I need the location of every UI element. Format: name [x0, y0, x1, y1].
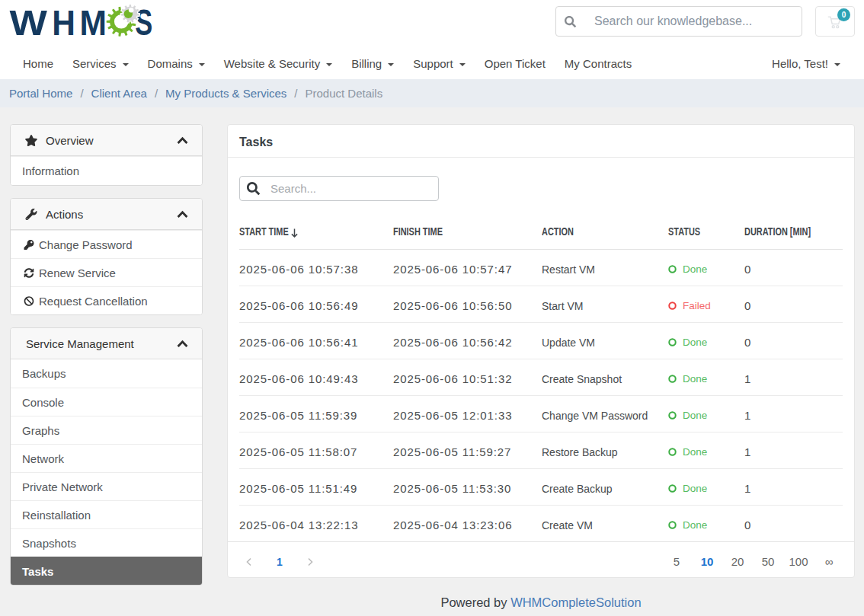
sidebar-item-information[interactable]: Information [11, 156, 202, 185]
cart-button[interactable]: 0 [815, 6, 855, 37]
status-badge: Done [668, 446, 744, 458]
sidebar-item[interactable]: Graphs [11, 416, 202, 444]
cell-duration: 1 [744, 482, 843, 495]
sidebar: Overview Information Actions Change Pass… [10, 124, 203, 586]
column-header-start-time[interactable]: START TIME [239, 225, 393, 238]
status-badge: Done [668, 337, 744, 348]
cell-action: Restart VM [542, 263, 668, 276]
whmcs-logo[interactable]: WHM S [0, 0, 160, 46]
breadcrumb-item[interactable]: Portal Home [9, 87, 72, 100]
sidebar-item[interactable]: Private Network [11, 472, 202, 500]
breadcrumb-item[interactable]: Client Area [91, 87, 147, 100]
breadcrumb-item[interactable]: My Products & Services [165, 87, 286, 100]
breadcrumb-separator: / [294, 87, 297, 100]
table-row[interactable]: 2025-06-04 13:22:13 2025-06-04 13:23:06 … [239, 505, 843, 541]
panel-overview: Overview Information [10, 124, 203, 186]
table-body: 2025-06-06 10:57:38 2025-06-06 10:57:47 … [239, 249, 843, 541]
nav-item[interactable]: My Contracts [565, 57, 632, 70]
sidebar-item[interactable]: Tasks [11, 557, 202, 585]
nav-item[interactable]: Home [23, 57, 53, 70]
pagination: 1 5 10 20 50 100 ∞ [228, 541, 854, 577]
nav-item[interactable]: Domains [148, 57, 205, 70]
nav-item[interactable]: Billing [351, 57, 394, 70]
column-header-finish-time[interactable]: FINISH TIME [393, 225, 542, 238]
panel-actions-header[interactable]: Actions [11, 199, 202, 230]
breadcrumb-separator: / [155, 87, 158, 100]
sidebar-item[interactable]: Reinstallation [11, 500, 202, 528]
cell-finish-time: 2025-06-05 11:59:27 [393, 445, 542, 458]
page-size-option[interactable]: 20 [722, 555, 753, 568]
table-row[interactable]: 2025-06-06 10:56:49 2025-06-06 10:56:50 … [239, 286, 843, 322]
sidebar-item[interactable]: Snapshots [11, 528, 202, 557]
table-row[interactable]: 2025-06-05 11:59:39 2025-06-05 12:01:33 … [239, 395, 843, 432]
page-size-option[interactable]: 10 [692, 555, 722, 568]
panel-title: Overview [46, 134, 94, 147]
breadcrumb-item: Product Details [305, 87, 382, 100]
page-number[interactable]: 1 [264, 556, 295, 568]
table-row[interactable]: 2025-06-05 11:58:07 2025-06-05 11:59:27 … [239, 432, 843, 468]
cell-duration: 0 [744, 263, 843, 276]
table-row[interactable]: 2025-06-05 11:51:49 2025-06-05 11:53:30 … [239, 468, 843, 505]
search-icon [247, 182, 260, 195]
table-search [239, 176, 439, 201]
wrench-icon [24, 209, 38, 220]
column-header-duration[interactable]: DURATION [MIN] [744, 225, 843, 238]
page-size-options: 5 10 20 50 100 ∞ [661, 555, 844, 568]
sidebar-item-renew-service[interactable]: Renew Service [11, 258, 202, 286]
cell-start-time: 2025-06-06 10:49:43 [239, 372, 393, 385]
nav-item[interactable]: Services [72, 57, 129, 70]
table-row[interactable]: 2025-06-06 10:56:41 2025-06-06 10:56:42 … [239, 322, 843, 359]
account-menu[interactable]: Hello, Test! [772, 57, 840, 70]
svg-text:H: H [52, 2, 75, 43]
page-size-option[interactable]: 100 [783, 555, 814, 568]
column-header-status[interactable]: STATUS [668, 225, 744, 238]
sidebar-item[interactable]: Console [11, 388, 202, 416]
nav-item[interactable]: Website & Security [224, 57, 332, 70]
star-icon [24, 135, 38, 146]
next-page-button[interactable] [295, 556, 325, 568]
cell-action: Start VM [542, 300, 668, 312]
knowledgebase-search-input[interactable] [555, 6, 802, 37]
sidebar-item-change-password[interactable]: Change Password [11, 230, 202, 258]
sidebar-item-request-cancellation[interactable]: Request Cancellation [11, 286, 202, 314]
breadcrumb-separator: / [80, 87, 83, 100]
nav-item[interactable]: Support [413, 57, 466, 70]
table-row[interactable]: 2025-06-06 10:49:43 2025-06-06 10:51:32 … [239, 359, 843, 395]
table-row[interactable]: 2025-06-06 10:57:38 2025-06-06 10:57:47 … [239, 249, 843, 286]
page-size-option[interactable]: ∞ [814, 555, 844, 568]
footer: Powered by WHMCompleteSolution [227, 586, 855, 610]
page-size-option[interactable]: 50 [753, 555, 783, 568]
cell-action: Create Snapshot [542, 373, 668, 385]
sidebar-item[interactable]: Backups [11, 359, 202, 388]
panel-title: Actions [46, 208, 83, 221]
sidebar-item[interactable]: Network [11, 444, 202, 472]
chevron-up-icon[interactable] [177, 210, 188, 218]
nav-item[interactable]: Open Ticket [485, 57, 546, 70]
card-body: START TIME FINISH TIME ACTION STATUS DUR… [228, 158, 854, 541]
cell-start-time: 2025-06-06 10:56:41 [239, 336, 393, 349]
chevron-up-icon[interactable] [177, 136, 188, 144]
search-icon [565, 16, 576, 27]
panel-service-management-header[interactable]: Service Management [11, 328, 202, 359]
panel-overview-header[interactable]: Overview [11, 125, 202, 156]
panel-title: Service Management [26, 337, 134, 350]
cell-finish-time: 2025-06-06 10:56:50 [393, 299, 542, 312]
cell-finish-time: 2025-06-05 12:01:33 [393, 409, 542, 422]
chevron-up-icon[interactable] [177, 340, 188, 347]
status-circle-icon [668, 265, 677, 273]
cell-start-time: 2025-06-05 11:58:07 [239, 445, 393, 458]
status-badge: Done [668, 483, 744, 494]
service-management-list: Backups Console Graphs Network Private N… [11, 359, 202, 585]
table-search-input[interactable] [239, 176, 439, 201]
refresh-icon [22, 268, 36, 278]
footer-link[interactable]: WHMCompleteSolution [510, 595, 641, 609]
prev-page-button[interactable] [234, 556, 264, 568]
column-header-action[interactable]: ACTION [542, 225, 668, 238]
cell-duration: 0 [744, 519, 843, 531]
table-header-row: START TIME FINISH TIME ACTION STATUS DUR… [239, 201, 843, 249]
cell-duration: 1 [744, 445, 843, 458]
top-bar: WHM S 0 [0, 0, 864, 47]
nav-list: Home Services Domains Website & Security… [23, 57, 632, 70]
page-size-option[interactable]: 5 [661, 555, 692, 568]
cell-start-time: 2025-06-04 13:22:13 [239, 519, 393, 531]
